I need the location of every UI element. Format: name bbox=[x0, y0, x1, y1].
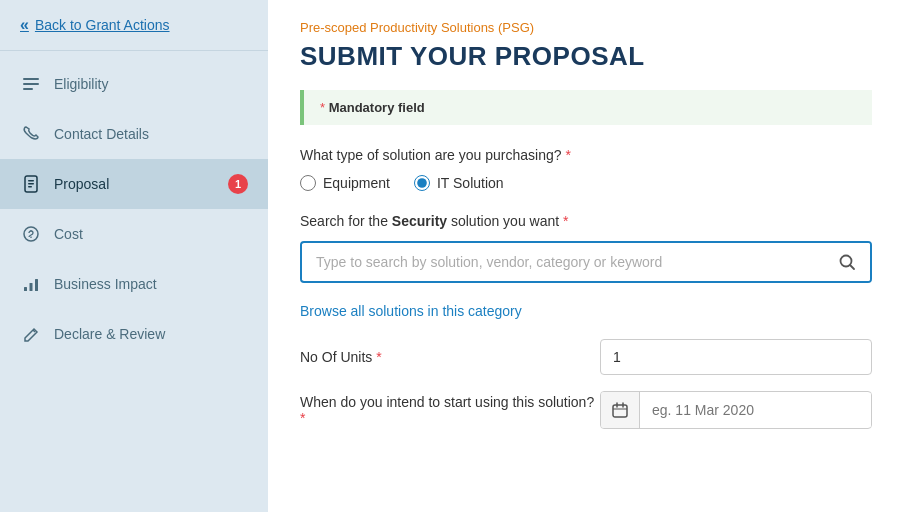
svg-rect-13 bbox=[613, 405, 627, 417]
sidebar-item-eligibility-label: Eligibility bbox=[54, 76, 248, 92]
sidebar-item-cost-label: Cost bbox=[54, 226, 248, 242]
radio-equipment-input[interactable] bbox=[300, 175, 316, 191]
svg-rect-1 bbox=[23, 83, 39, 85]
mandatory-text: Mandatory field bbox=[325, 100, 425, 115]
start-date-row: When do you intend to start using this s… bbox=[300, 391, 872, 429]
sidebar: « Back to Grant Actions Eligibility Cont… bbox=[0, 0, 268, 512]
search-section: Search for the Security solution you wan… bbox=[300, 213, 872, 283]
svg-rect-8 bbox=[24, 287, 27, 291]
search-label: Search for the Security solution you wan… bbox=[300, 213, 872, 229]
search-input[interactable] bbox=[302, 244, 824, 280]
sidebar-item-contact-details[interactable]: Contact Details bbox=[0, 109, 268, 159]
proposal-badge: 1 bbox=[228, 174, 248, 194]
sidebar-item-declare-review-label: Declare & Review bbox=[54, 326, 248, 342]
radio-it-solution-input[interactable] bbox=[414, 175, 430, 191]
list-icon bbox=[20, 73, 42, 95]
solution-type-star: * bbox=[565, 147, 570, 163]
svg-rect-2 bbox=[23, 88, 33, 90]
page-subtitle: Pre-scoped Productivity Solutions (PSG) bbox=[300, 20, 872, 35]
svg-rect-6 bbox=[28, 186, 32, 188]
solution-type-radio-group: Equipment IT Solution bbox=[300, 175, 872, 191]
start-date-label: When do you intend to start using this s… bbox=[300, 394, 600, 426]
document-icon bbox=[20, 173, 42, 195]
svg-rect-4 bbox=[28, 180, 34, 182]
main-content: Pre-scoped Productivity Solutions (PSG) … bbox=[268, 0, 904, 512]
radio-it-solution-label: IT Solution bbox=[437, 175, 504, 191]
radio-equipment[interactable]: Equipment bbox=[300, 175, 390, 191]
search-box bbox=[300, 241, 872, 283]
sidebar-item-contact-details-label: Contact Details bbox=[54, 126, 248, 142]
no-of-units-row: No Of Units * bbox=[300, 339, 872, 375]
mandatory-banner: * Mandatory field bbox=[300, 90, 872, 125]
date-field-wrapper bbox=[600, 391, 872, 429]
phone-icon bbox=[20, 123, 42, 145]
edit-icon bbox=[20, 323, 42, 345]
sidebar-item-declare-review[interactable]: Declare & Review bbox=[0, 309, 268, 359]
no-of-units-input[interactable] bbox=[600, 339, 872, 375]
back-chevron-icon: « bbox=[20, 16, 29, 34]
svg-rect-0 bbox=[23, 78, 39, 80]
sidebar-item-cost[interactable]: Cost bbox=[0, 209, 268, 259]
cost-icon bbox=[20, 223, 42, 245]
solution-type-label: What type of solution are you purchasing… bbox=[300, 147, 872, 163]
start-date-input[interactable] bbox=[640, 393, 871, 427]
chart-icon bbox=[20, 273, 42, 295]
no-of-units-label: No Of Units * bbox=[300, 349, 600, 365]
svg-line-12 bbox=[850, 265, 854, 269]
svg-rect-10 bbox=[35, 279, 38, 291]
sidebar-item-business-impact-label: Business Impact bbox=[54, 276, 248, 292]
sidebar-item-proposal-label: Proposal bbox=[54, 176, 216, 192]
sidebar-item-eligibility[interactable]: Eligibility bbox=[0, 59, 268, 109]
calendar-icon-button[interactable] bbox=[601, 392, 640, 428]
search-button[interactable] bbox=[824, 243, 870, 281]
search-icon bbox=[838, 253, 856, 271]
radio-it-solution[interactable]: IT Solution bbox=[414, 175, 504, 191]
svg-rect-9 bbox=[30, 283, 33, 291]
back-link-label: Back to Grant Actions bbox=[35, 17, 170, 33]
solution-type-section: What type of solution are you purchasing… bbox=[300, 147, 872, 191]
sidebar-item-proposal[interactable]: Proposal 1 bbox=[0, 159, 268, 209]
page-title: SUBMIT YOUR PROPOSAL bbox=[300, 41, 872, 72]
back-to-grant-actions-link[interactable]: « Back to Grant Actions bbox=[0, 0, 268, 51]
radio-equipment-label: Equipment bbox=[323, 175, 390, 191]
svg-rect-5 bbox=[28, 183, 34, 185]
sidebar-item-business-impact[interactable]: Business Impact bbox=[0, 259, 268, 309]
svg-point-7 bbox=[24, 227, 38, 241]
calendar-icon bbox=[611, 401, 629, 419]
browse-all-solutions-link[interactable]: Browse all solutions in this category bbox=[300, 303, 522, 319]
sidebar-nav: Eligibility Contact Details Proposal bbox=[0, 51, 268, 367]
